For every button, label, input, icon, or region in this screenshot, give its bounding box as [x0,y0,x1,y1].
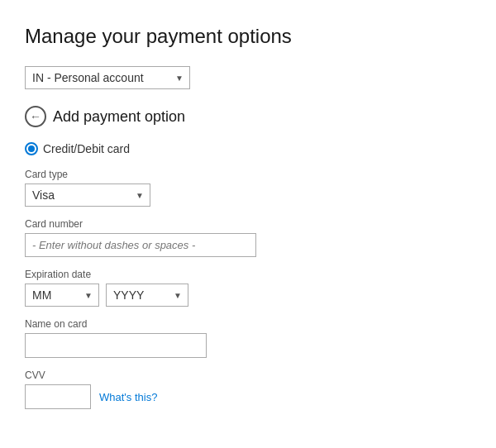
whats-this-link[interactable]: What's this? [99,391,157,403]
card-type-label: Card type [25,169,471,180]
payment-type-row: Credit/Debit card [25,142,471,155]
card-type-select-wrapper: Visa Mastercard American Express ▼ [25,183,150,207]
radio-dot [28,145,35,152]
account-selector-wrapper: IN - Personal account ▼ [25,66,190,89]
year-select[interactable]: YYYY 202420252026 202720282029 2030 [106,284,188,307]
name-on-card-input[interactable] [25,333,207,358]
add-payment-label: Add payment option [53,108,185,126]
credit-debit-label: Credit/Debit card [43,142,130,155]
card-type-group: Card type Visa Mastercard American Expre… [25,169,471,207]
back-button[interactable]: ← [25,106,46,127]
account-select[interactable]: IN - Personal account [25,66,190,89]
month-select-wrapper: MM 010203 040506 070809 101112 ▼ [25,284,99,307]
expiration-row: MM 010203 040506 070809 101112 ▼ YYYY 20… [25,284,471,307]
expiration-date-group: Expiration date MM 010203 040506 070809 … [25,269,471,307]
expiration-date-label: Expiration date [25,269,471,280]
card-number-label: Card number [25,218,471,230]
month-select[interactable]: MM 010203 040506 070809 101112 [25,284,99,307]
card-type-select[interactable]: Visa Mastercard American Express [25,183,150,207]
credit-debit-radio[interactable] [25,142,38,155]
add-payment-row: ← Add payment option [25,106,471,127]
card-number-input[interactable] [25,233,256,257]
cvv-group: CVV What's this? [25,369,471,409]
back-arrow-icon: ← [30,111,41,122]
year-select-wrapper: YYYY 202420252026 202720282029 2030 ▼ [106,284,188,307]
cvv-label: CVV [25,369,471,381]
name-on-card-group: Name on card [25,318,471,358]
card-number-group: Card number [25,218,471,257]
cvv-input[interactable] [25,384,91,409]
cvv-row: What's this? [25,384,471,409]
page-title: Manage your payment options [25,25,471,48]
name-on-card-label: Name on card [25,318,471,330]
